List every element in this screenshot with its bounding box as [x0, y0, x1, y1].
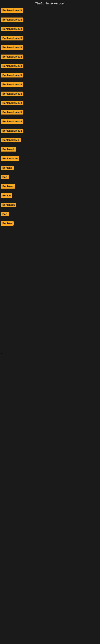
list-item[interactable]: Bottleneck: [1, 146, 99, 156]
list-item[interactable]: Bottleneck result: [1, 82, 99, 91]
bottleneck-badge[interactable]: Bottleneck result: [1, 92, 23, 96]
bottleneck-badge[interactable]: Bottlenec: [1, 184, 15, 188]
list-item[interactable]: Bottleneck result: [1, 8, 99, 17]
list-item[interactable]: Bottleneck re: [1, 156, 99, 165]
bottleneck-badge[interactable]: Bott: [1, 175, 9, 179]
bottleneck-badge[interactable]: Bottleneck: [1, 203, 16, 207]
list-item[interactable]: Bottleneck result: [1, 63, 99, 72]
bottleneck-badge[interactable]: Bottleneck result: [1, 64, 23, 68]
bottleneck-badge[interactable]: Bottleneck result: [1, 73, 23, 78]
list-item[interactable]: Bottleneck result: [1, 128, 99, 137]
list-item[interactable]: Bottlene: [1, 165, 99, 174]
list-item[interactable]: Bottleneck result: [1, 118, 99, 128]
list-item[interactable]: Bottleneck result: [1, 44, 99, 54]
bottleneck-badge[interactable]: Bottleneck result: [1, 82, 23, 87]
bottleneck-badge[interactable]: Bottleneck result: [1, 128, 23, 133]
list-item[interactable]: Bottleneck result: [1, 72, 99, 82]
list-item[interactable]: Bottleneck result: [1, 54, 99, 63]
bottleneck-badge[interactable]: Bottleneck result: [1, 45, 23, 50]
bottleneck-badge[interactable]: Bottleneck result: [1, 27, 23, 31]
bottleneck-badge[interactable]: Bottleneck: [1, 147, 16, 152]
site-title: TheBottlenecker.com: [0, 0, 100, 8]
bottleneck-badge[interactable]: Bottlen: [1, 194, 12, 198]
bottleneck-badge[interactable]: Bott: [1, 212, 9, 216]
bottleneck-badge[interactable]: Bottleneck res: [1, 138, 21, 142]
ellipsis-indicator: ...: [0, 350, 100, 354]
bottleneck-badge[interactable]: Bottleneck result: [1, 8, 23, 13]
list-item[interactable]: Bottleneck result: [1, 35, 99, 44]
list-item[interactable]: Bott: [1, 174, 99, 183]
list-item[interactable]: Bottleneck: [1, 202, 99, 211]
list-item[interactable]: Bottleneck result: [1, 109, 99, 118]
bottleneck-badge[interactable]: Bottleneck result: [1, 119, 23, 124]
list-item[interactable]: Bottleneck result: [1, 26, 99, 35]
list-item[interactable]: Bottlene: [1, 220, 99, 230]
list-item[interactable]: Bottleneck result: [1, 100, 99, 109]
list-item[interactable]: Bottleneck res: [1, 137, 99, 146]
list-item[interactable]: Bottlen: [1, 192, 99, 202]
bottleneck-badge[interactable]: Bottleneck result: [1, 18, 23, 22]
bottleneck-badge[interactable]: Bottleneck result: [1, 110, 23, 114]
bottleneck-badge[interactable]: Bottleneck re: [1, 156, 19, 161]
bottleneck-badge[interactable]: Bottleneck result: [1, 101, 23, 105]
list-item[interactable]: Bottleneck result: [1, 17, 99, 26]
list-item[interactable]: Bott: [1, 211, 99, 220]
bottleneck-badge[interactable]: Bottleneck result: [1, 36, 23, 40]
list-item[interactable]: Bottleneck result: [1, 91, 99, 100]
items-container: Bottleneck resultBottleneck resultBottle…: [0, 8, 100, 230]
bottleneck-badge[interactable]: Bottlene: [1, 221, 14, 226]
bottleneck-badge[interactable]: Bottleneck result: [1, 54, 23, 59]
bottleneck-badge[interactable]: Bottlene: [1, 166, 14, 170]
list-item[interactable]: Bottlenec: [1, 183, 99, 192]
